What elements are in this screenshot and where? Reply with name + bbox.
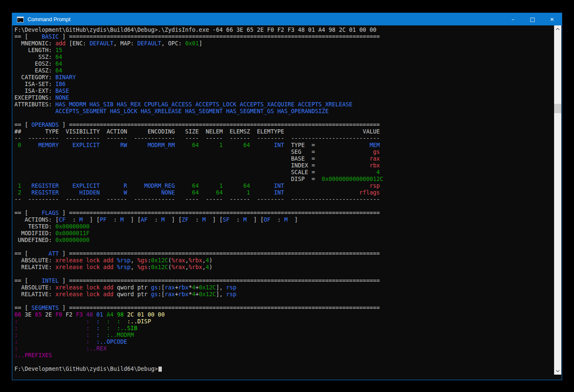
console-line: == [ FLAGS ] ===========================… bbox=[14, 210, 554, 217]
console-line: 2 REGISTER HIDDEN W NONE 64 64 1 INT rfl… bbox=[14, 189, 554, 196]
window-title: Command Prompt bbox=[28, 17, 503, 22]
console-line: : : : :..MODRM bbox=[14, 332, 554, 339]
scrollbar-thumb[interactable] bbox=[554, 104, 561, 113]
console-line: LENGTH: 15 bbox=[14, 47, 554, 54]
titlebar[interactable]: Command Prompt – □ ✕ bbox=[12, 13, 562, 25]
console-line: UNDEFINED: 0x00000000 bbox=[14, 237, 554, 244]
console-line: == [ SEGMENTS ] ========================… bbox=[14, 305, 554, 311]
scrollbar[interactable] bbox=[554, 25, 561, 375]
console-line: BASE = rax bbox=[14, 156, 554, 162]
console-line: RELATIVE: xrelease lock add %rsp, %gs:0x… bbox=[14, 264, 554, 271]
console-line: EXCEPTIONS: NONE bbox=[14, 95, 554, 101]
console-line: == [ OPERANDS ] ========================… bbox=[14, 122, 554, 128]
console-line: == [ INTEL ] ===========================… bbox=[14, 278, 554, 284]
console-line bbox=[14, 359, 554, 366]
console-line: ACTIONS: [CF : M ] [PF : M ] [AF : M ] [… bbox=[14, 217, 554, 223]
console-line: : : :..OPCODE bbox=[14, 339, 554, 345]
console-line: CATEGORY: BINARY bbox=[14, 74, 554, 81]
console-line: ATTRIBUTES: HAS_MODRM HAS_SIB HAS_REX CP… bbox=[14, 101, 554, 108]
console-line: == [ BASIC ] ===========================… bbox=[14, 33, 554, 40]
console-line: ISA-SET: I86 bbox=[14, 81, 554, 88]
close-button[interactable]: ✕ bbox=[542, 13, 562, 25]
console-line: INDEX = rbx bbox=[14, 162, 554, 169]
command-prompt-window: Command Prompt – □ ✕ F:\Development\GitH… bbox=[12, 13, 562, 380]
console-line: 66 3E 65 2E F0 F2 F3 48 01 A4 98 2C 01 0… bbox=[14, 311, 554, 318]
minimize-button[interactable]: – bbox=[503, 13, 523, 25]
console-line: ACCEPTS_SEGMENT HAS_LOCK HAS_XRELEASE HA… bbox=[14, 108, 554, 115]
console-line: -- --------- ---------- ------ ---------… bbox=[14, 196, 554, 203]
console-line: ABSOLUTE: xrelease lock add qword ptr gs… bbox=[14, 284, 554, 291]
console-line: : : : : :..SIB bbox=[14, 325, 554, 332]
console-line: SCALE = 4 bbox=[14, 169, 554, 176]
console-line bbox=[14, 271, 554, 278]
console-line: 0 MEMORY EXPLICIT RW MODRM_RM 64 1 64 IN… bbox=[14, 142, 554, 149]
text-cursor bbox=[158, 367, 162, 372]
console-line: EOSZ: 64 bbox=[14, 61, 554, 67]
console-line: SEG = gs bbox=[14, 149, 554, 156]
cmd-prompt-icon bbox=[17, 17, 24, 22]
console-line: SSZ: 64 bbox=[14, 54, 554, 61]
console-line: F:\Development\GitHub\zydis\Build64\Debu… bbox=[14, 27, 554, 33]
console-line: : : : : : :..DISP bbox=[14, 318, 554, 325]
console-line: DISP = 0x000000000000012C bbox=[14, 176, 554, 183]
console-line: == [ ATT ] =============================… bbox=[14, 250, 554, 257]
console-line: RELATIVE: xrelease lock add qword ptr gs… bbox=[14, 291, 554, 298]
console-line: ## TYPE VISIBILITY ACTION ENCODING SIZE … bbox=[14, 128, 554, 135]
console-line: EASZ: 64 bbox=[14, 67, 554, 74]
console-line bbox=[14, 298, 554, 305]
console-line: MODIFIED: 0x0000011F bbox=[14, 230, 554, 237]
scroll-up-arrow-icon[interactable] bbox=[554, 25, 561, 33]
console-line: ABSOLUTE: xrelease lock add %rsp, %gs:0x… bbox=[14, 257, 554, 264]
console-output: F:\Development\GitHub\zydis\Build64\Debu… bbox=[13, 25, 554, 379]
console-line: : :..REX bbox=[14, 345, 554, 352]
maximize-button[interactable]: □ bbox=[523, 13, 542, 25]
console-line bbox=[14, 244, 554, 250]
console-line: F:\Development\GitHub\zydis\Build64\Debu… bbox=[14, 366, 554, 373]
console-line bbox=[14, 115, 554, 122]
console-line: :..PREFIXES bbox=[14, 352, 554, 359]
scroll-down-arrow-icon[interactable] bbox=[554, 367, 561, 375]
console-line: MNEMONIC: add [ENC: DEFAULT, MAP: DEFAUL… bbox=[14, 40, 554, 47]
console-line bbox=[14, 203, 554, 210]
console-line: TESTED: 0x00000000 bbox=[14, 223, 554, 230]
console-line: -- --------- ---------- ------ ---------… bbox=[14, 135, 554, 142]
console-line: ISA-EXT: BASE bbox=[14, 88, 554, 95]
console-line: 1 REGISTER EXPLICIT R MODRM_REG 64 1 64 … bbox=[14, 183, 554, 189]
